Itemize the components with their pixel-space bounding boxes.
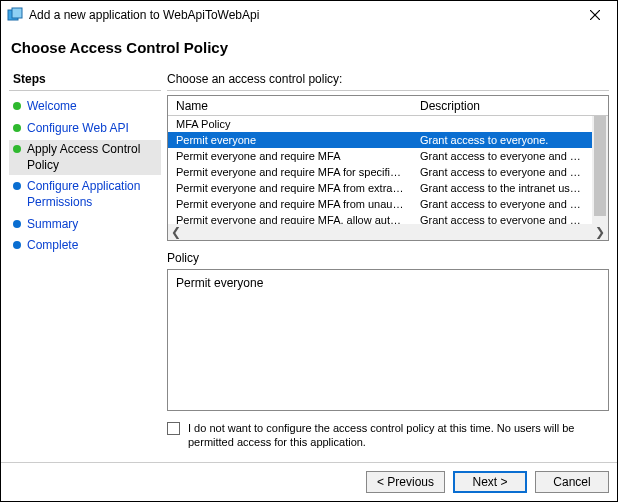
opt-out-checkbox[interactable]	[167, 422, 180, 435]
step-bullet-icon	[13, 182, 21, 190]
cancel-button[interactable]: Cancel	[535, 471, 609, 493]
policy-description-cell: Grant access to everyone and require MFA…	[412, 214, 592, 224]
column-header-description[interactable]: Description	[412, 97, 592, 115]
scroll-right-icon[interactable]: ❯	[592, 224, 608, 240]
steps-list: Welcome Configure Web API Apply Access C…	[9, 97, 161, 256]
policy-row[interactable]: MFA Policy	[168, 116, 608, 132]
wizard-body: Steps Welcome Configure Web API Apply Ac…	[1, 70, 617, 462]
policy-row[interactable]: Permit everyone and require MFA from ext…	[168, 180, 608, 196]
vertical-scrollbar[interactable]	[592, 116, 608, 224]
step-configure-web-api[interactable]: Configure Web API	[9, 119, 161, 139]
policy-row[interactable]: Permit everyone and require MFA, allow a…	[168, 212, 608, 224]
policy-description-cell: Grant access to everyone and require MFA…	[412, 150, 592, 162]
policy-description-cell: Grant access to everyone.	[412, 134, 592, 146]
step-welcome[interactable]: Welcome	[9, 97, 161, 117]
policy-name-cell: Permit everyone and require MFA, allow a…	[168, 214, 412, 224]
policy-list[interactable]: Name Description MFA Policy Permit every…	[167, 95, 609, 241]
step-label: Configure Web API	[27, 121, 129, 137]
step-apply-access-control-policy[interactable]: Apply Access Control Policy	[9, 140, 161, 175]
horizontal-scrollbar[interactable]: ❮ ❯	[168, 224, 608, 240]
policy-name-cell: MFA Policy	[168, 118, 412, 130]
policy-name-cell: Permit everyone and require MFA for spec…	[168, 166, 412, 178]
close-button[interactable]	[579, 4, 611, 26]
opt-out-label: I do not want to configure the access co…	[188, 421, 609, 450]
policy-name-cell: Permit everyone	[168, 134, 412, 146]
window-title: Add a new application to WebApiToWebApi	[29, 8, 579, 22]
policy-description-cell: Grant access to everyone and require MFA…	[412, 198, 592, 210]
steps-panel: Steps Welcome Configure Web API Apply Ac…	[9, 70, 167, 462]
steps-heading: Steps	[9, 70, 161, 91]
svg-rect-1	[12, 8, 22, 18]
wizard-footer: < Previous Next > Cancel	[1, 462, 617, 501]
policy-row[interactable]: Permit everyone Grant access to everyone…	[168, 132, 608, 148]
opt-out-row: I do not want to configure the access co…	[167, 421, 609, 450]
next-button[interactable]: Next >	[453, 471, 527, 493]
policy-description-cell: Grant access to the intranet users and r…	[412, 182, 592, 194]
step-complete[interactable]: Complete	[9, 236, 161, 256]
policy-editor-label: Policy	[167, 251, 609, 265]
policy-row[interactable]: Permit everyone and require MFA Grant ac…	[168, 148, 608, 164]
policy-row[interactable]: Permit everyone and require MFA from una…	[168, 196, 608, 212]
policy-name-cell: Permit everyone and require MFA from una…	[168, 198, 412, 210]
step-label: Complete	[27, 238, 78, 254]
step-label: Configure Application Permissions	[27, 179, 157, 210]
titlebar: Add a new application to WebApiToWebApi	[1, 1, 617, 29]
step-label: Summary	[27, 217, 78, 233]
page-header: Choose Access Control Policy	[1, 29, 617, 70]
step-bullet-icon	[13, 102, 21, 110]
policy-list-caption: Choose an access control policy:	[167, 70, 609, 91]
step-bullet-icon	[13, 145, 21, 153]
policy-list-header: Name Description	[168, 96, 608, 116]
page-title: Choose Access Control Policy	[11, 39, 607, 56]
previous-button[interactable]: < Previous	[366, 471, 445, 493]
step-label: Apply Access Control Policy	[27, 142, 157, 173]
step-label: Welcome	[27, 99, 77, 115]
column-header-name[interactable]: Name	[168, 97, 412, 115]
close-icon	[590, 10, 600, 20]
policy-name-cell: Permit everyone and require MFA from ext…	[168, 182, 412, 194]
policy-name-cell: Permit everyone and require MFA	[168, 150, 412, 162]
scroll-left-icon[interactable]: ❮	[168, 224, 184, 240]
step-bullet-icon	[13, 220, 21, 228]
step-summary[interactable]: Summary	[9, 215, 161, 235]
step-bullet-icon	[13, 241, 21, 249]
app-icon	[7, 7, 23, 23]
step-bullet-icon	[13, 124, 21, 132]
policy-row[interactable]: Permit everyone and require MFA for spec…	[168, 164, 608, 180]
scrollbar-thumb[interactable]	[594, 116, 606, 216]
policy-editor[interactable]: Permit everyone	[167, 269, 609, 411]
policy-list-rows: MFA Policy Permit everyone Grant access …	[168, 116, 608, 224]
main-panel: Choose an access control policy: Name De…	[167, 70, 609, 462]
policy-editor-value: Permit everyone	[176, 276, 263, 290]
wizard-window: Add a new application to WebApiToWebApi …	[0, 0, 618, 502]
policy-description-cell: Grant access to everyone and require MFA…	[412, 166, 592, 178]
step-configure-application-permissions[interactable]: Configure Application Permissions	[9, 177, 161, 212]
